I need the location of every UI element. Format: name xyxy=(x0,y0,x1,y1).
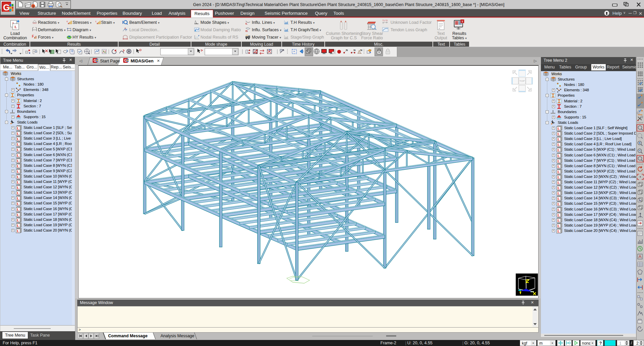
svg-text:L: L xyxy=(557,137,560,141)
svg-text:L: L xyxy=(17,142,19,146)
svg-text:L: L xyxy=(557,197,560,201)
svg-text:TOP: TOP xyxy=(519,80,525,83)
svg-text:L: L xyxy=(557,191,560,195)
svg-text:IL: IL xyxy=(245,22,248,25)
svg-text:T1,T2: T1,T2 xyxy=(382,19,388,21)
svg-text:L: L xyxy=(17,148,19,152)
svg-text:L: L xyxy=(17,164,19,168)
svg-text:L: L xyxy=(17,169,19,174)
svg-text:L: L xyxy=(557,175,560,179)
svg-text:L: L xyxy=(557,132,560,136)
svg-text:G: G xyxy=(94,59,96,62)
svg-text:L: L xyxy=(17,229,19,233)
svg-text:L: L xyxy=(17,196,19,200)
svg-text:N: N xyxy=(346,49,348,52)
svg-text:F: F xyxy=(32,35,34,38)
svg-text:L: L xyxy=(17,213,19,217)
svg-text:L: L xyxy=(557,218,560,223)
svg-text:L: L xyxy=(17,207,19,211)
svg-text:L: L xyxy=(17,153,19,157)
svg-text:G: G xyxy=(124,59,127,62)
svg-text:L: L xyxy=(17,175,19,179)
svg-text:L: L xyxy=(17,191,19,195)
svg-text:L: L xyxy=(17,137,19,141)
svg-text:L: L xyxy=(17,202,19,206)
svg-text:L: L xyxy=(557,229,560,233)
svg-text:L: L xyxy=(557,224,560,228)
svg-text:L: L xyxy=(557,159,560,163)
svg-text:L: L xyxy=(17,126,19,130)
svg-text:L: L xyxy=(17,159,19,163)
svg-text:G: G xyxy=(3,2,10,12)
svg-text:σ: σ xyxy=(66,20,68,23)
svg-text:L: L xyxy=(557,181,560,185)
svg-text:L: L xyxy=(557,154,560,158)
svg-text:L: L xyxy=(557,213,560,217)
svg-text:IS: IS xyxy=(245,30,248,32)
svg-text:L: L xyxy=(557,127,560,131)
svg-text:L: L xyxy=(14,25,17,29)
svg-text:L: L xyxy=(17,224,19,228)
svg-text:T: T xyxy=(462,20,463,23)
svg-text:N: N xyxy=(354,49,356,52)
svg-text:L: L xyxy=(557,148,560,152)
svg-text:L: L xyxy=(557,186,560,190)
svg-text:I: I xyxy=(122,20,124,25)
svg-text:L: L xyxy=(17,218,19,222)
svg-text:L: L xyxy=(557,170,560,174)
svg-text:L: L xyxy=(557,208,560,212)
svg-text:ε: ε xyxy=(95,20,97,23)
svg-text:L: L xyxy=(17,132,19,136)
svg-text:L: L xyxy=(17,180,19,184)
svg-text:L: L xyxy=(557,164,560,168)
svg-text:L: L xyxy=(17,186,19,190)
svg-text:L: L xyxy=(557,143,560,147)
svg-text:N: N xyxy=(360,49,362,52)
svg-text:L: L xyxy=(557,202,560,206)
